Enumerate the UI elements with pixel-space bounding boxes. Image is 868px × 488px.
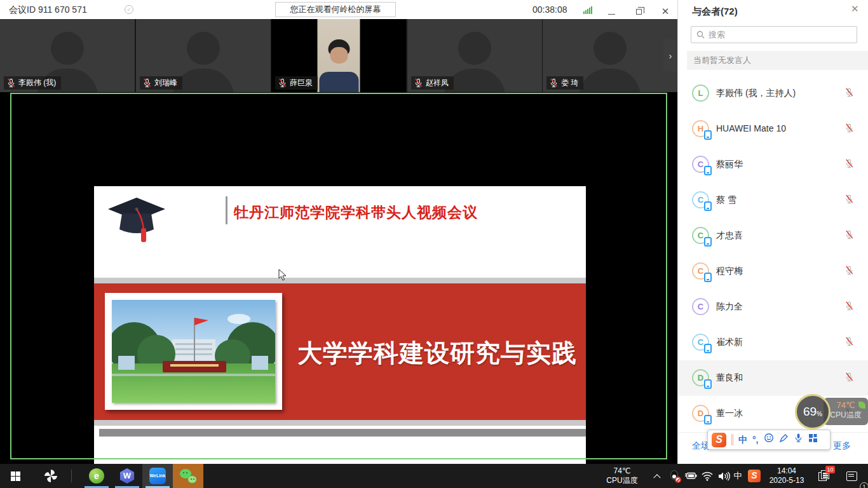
muted-mic-icon — [278, 78, 287, 88]
taskbar-clock[interactable]: 14:04 2020-5-13 — [764, 464, 810, 488]
restore-button[interactable] — [628, 0, 649, 19]
participant-mute-button[interactable] — [844, 88, 854, 100]
welink-app-button[interactable]: WeLink — [142, 464, 173, 488]
ime-punctuation-button[interactable]: °, — [752, 430, 759, 449]
taskbar-cpu-temp: 74℃ CPU温度 — [600, 464, 644, 488]
chevron-up-icon — [653, 474, 660, 481]
percent-overlay: 69 % — [795, 394, 831, 430]
action-center-button[interactable]: 1 — [840, 464, 863, 488]
slide-header-title: 牡丹江师范学院学科带头人视频会议 — [234, 203, 478, 222]
ime-toolbar: S 中 °, — [707, 430, 831, 450]
search-input[interactable] — [709, 30, 836, 39]
titlebar: 会议ID 911 670 571 ✓ 您正在观看何岭松的屏幕 00:38:08 … — [0, 0, 677, 19]
video-tile[interactable]: 刘瑞峰 — [136, 19, 271, 92]
minimize-button[interactable] — [600, 0, 622, 19]
close-button[interactable]: ✕ — [654, 0, 676, 19]
participant-row[interactable]: C陈力全 — [678, 289, 868, 325]
voice-input-icon[interactable] — [794, 430, 803, 449]
volume-tray-icon[interactable] — [715, 464, 732, 488]
participant-name: 李殿伟 (我，主持人) — [716, 88, 796, 99]
speaker-icon — [718, 471, 730, 481]
qq-tray-icon[interactable] — [666, 464, 682, 488]
participant-mute-button[interactable] — [844, 194, 854, 207]
ime-tray-indicator[interactable]: 中 — [731, 464, 745, 488]
muted-mic-icon — [844, 266, 854, 275]
wps-icon: W — [119, 468, 135, 484]
muted-mic-icon — [844, 372, 854, 382]
participant-row[interactable]: C崔术新 — [678, 325, 868, 360]
windows-taskbar: e W WeLink 74℃ CPU温度 — [0, 464, 868, 488]
ime-divider — [731, 434, 733, 445]
ime-language-button[interactable]: 中 — [738, 430, 747, 449]
participant-mute-button[interactable] — [844, 266, 854, 278]
welink-icon: WeLink — [149, 468, 166, 484]
tile-name-label: 李殿伟 (我) — [4, 76, 61, 90]
sogou-tray-icon[interactable]: S — [746, 464, 763, 488]
meeting-id-label: 会议ID 911 670 571 — [9, 4, 87, 16]
participant-avatar: C — [692, 156, 709, 173]
participant-row[interactable]: C程守梅 — [678, 254, 868, 289]
unread-badge: 10 — [825, 466, 835, 473]
taskbar-separator — [71, 470, 72, 482]
participant-row[interactable]: C蔡 雪 — [678, 182, 868, 218]
participant-mute-button[interactable] — [844, 230, 854, 242]
sogou-s-icon: S — [748, 470, 761, 482]
participant-row[interactable]: L李殿伟 (我，主持人) — [678, 76, 868, 111]
tray-expand-button[interactable] — [649, 464, 665, 488]
leaf-icon — [858, 402, 865, 409]
participant-row[interactable]: C才忠喜 — [678, 218, 868, 254]
phone-badge-icon — [704, 166, 712, 175]
slide-main-title: 大学学科建设研究与实践 — [291, 336, 583, 370]
wifi-tray-icon[interactable] — [699, 464, 715, 488]
header-divider — [226, 196, 227, 224]
participant-name: 薛巨泉 — [290, 78, 313, 88]
muted-mic-icon — [844, 230, 854, 240]
emoji-icon[interactable] — [764, 430, 774, 449]
participant-row[interactable]: D董良和 — [678, 360, 868, 396]
phone-badge-icon — [704, 415, 712, 424]
participants-panel-title: 与会者(72) — [692, 6, 738, 18]
notification-count: 1 — [860, 482, 868, 488]
shield-check-icon: ✓ — [125, 5, 133, 14]
ime-panel-grid-icon[interactable] — [808, 430, 818, 449]
participant-name: 李殿伟 (我) — [18, 78, 56, 88]
participant-name: 娄 琦 — [561, 78, 578, 88]
video-tile[interactable]: 李殿伟 (我) — [0, 19, 135, 92]
slide-dark-bar — [99, 429, 586, 437]
no-speaker-banner: 当前暂无发言人 — [687, 51, 868, 70]
phone-badge-icon — [704, 130, 712, 140]
muted-mic-icon — [142, 78, 152, 88]
muted-mic-icon — [844, 159, 854, 168]
browser-app-button[interactable]: e — [81, 464, 112, 488]
wps-app-button[interactable]: W — [112, 464, 142, 488]
wechat-app-button[interactable] — [173, 464, 203, 488]
taskbar-time: 14:04 — [777, 466, 796, 476]
participant-mute-button[interactable] — [844, 123, 854, 135]
more-button[interactable]: 更多 — [833, 440, 851, 452]
start-button[interactable] — [0, 464, 31, 488]
participant-search-box[interactable] — [691, 26, 857, 43]
participant-mute-button[interactable] — [844, 372, 854, 384]
sogou-logo-icon[interactable]: S — [712, 433, 726, 447]
participant-avatar: D — [692, 405, 709, 422]
video-strip-next-button[interactable]: › — [663, 39, 677, 71]
panel-close-button[interactable]: ✕ — [851, 3, 859, 15]
video-tile[interactable]: 娄 琦 — [543, 19, 677, 92]
participant-row[interactable]: HHUAWEI Mate 10 — [678, 111, 868, 147]
meeting-timer: 00:38:08 — [532, 4, 567, 15]
mouse-cursor — [278, 269, 287, 281]
avatar-silhouette — [187, 32, 220, 65]
battery-tray-icon[interactable] — [682, 464, 699, 488]
participant-mute-button[interactable] — [844, 159, 854, 171]
muted-mic-icon — [844, 123, 854, 133]
participant-mute-button[interactable] — [844, 301, 854, 313]
participant-name: 董良和 — [716, 372, 743, 384]
video-tile[interactable]: 薛巨泉 — [271, 19, 406, 92]
pinwheel-app-button[interactable] — [36, 464, 66, 488]
handwriting-pen-icon[interactable] — [779, 430, 789, 449]
shared-screen-area: 牡丹江师范学院学科带头人视频会议 — [0, 92, 677, 464]
participant-mute-button[interactable] — [844, 337, 854, 349]
notes-tray-icon[interactable]: 10 — [813, 464, 835, 488]
participant-row[interactable]: C蔡丽华 — [678, 147, 868, 182]
video-tile[interactable]: 赵祥凤 — [407, 19, 542, 92]
